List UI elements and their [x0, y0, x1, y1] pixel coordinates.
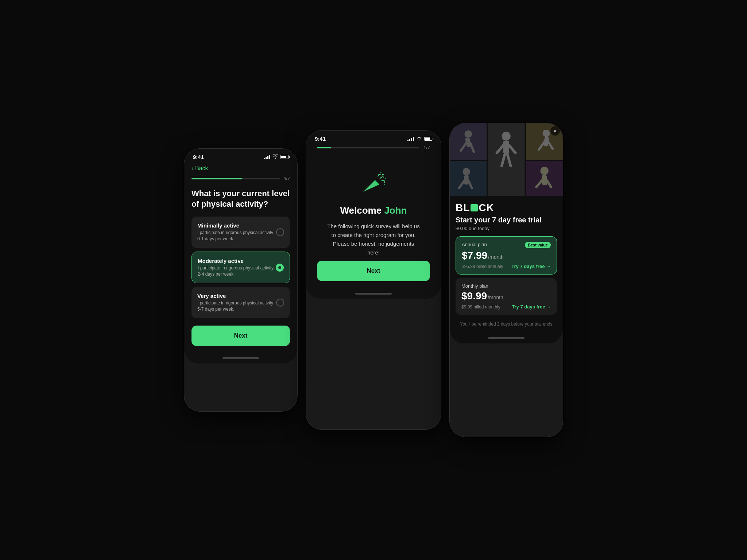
svg-point-11 [502, 132, 511, 140]
radio-2-checked [276, 264, 284, 272]
signal-icon-center [407, 137, 414, 141]
phone-center: 9:41 [306, 131, 441, 429]
plan-card-annual[interactable]: Annual plan Best value $7.99 /month $95.… [456, 236, 557, 275]
welcome-title: Welcome John [340, 205, 407, 216]
photo-cell-5 [526, 161, 563, 197]
close-icon: × [554, 128, 557, 134]
svg-point-18 [542, 130, 550, 137]
svg-point-4 [378, 174, 379, 175]
annual-cta[interactable]: Try 7 days free → [511, 264, 551, 269]
center-progress-label: 1/7 [423, 145, 430, 150]
monthly-plan-name: Monthly plan [461, 283, 488, 289]
option-desc-1: I participate in rigorous physical activ… [197, 230, 276, 242]
svg-point-3 [384, 184, 385, 185]
back-button[interactable]: ‹ Back [191, 163, 290, 172]
trial-subtitle: $0.00 due today [456, 226, 557, 231]
welcome-description: The following quick survey will help us … [326, 222, 421, 257]
back-label: Back [195, 165, 208, 172]
svg-point-2 [380, 172, 381, 173]
svg-rect-12 [503, 141, 509, 154]
progress-row: 4/7 [191, 176, 290, 181]
option-desc-2: I participate in rigorous physical activ… [198, 265, 276, 277]
status-bar-center: 9:41 [306, 131, 441, 145]
scene: 9:41 [170, 109, 577, 451]
back-chevron-icon: ‹ [191, 164, 194, 172]
signal-icon-left [264, 155, 270, 159]
svg-point-23 [462, 168, 470, 175]
annual-price: $7.99 [462, 250, 487, 261]
right-content: BLCK Start your 7 day free trial $0.00 d… [450, 196, 563, 333]
phone-right: × BLCK Start your 7 day free trial $0.00… [450, 123, 563, 437]
status-icons-center [407, 136, 432, 141]
option-desc-3: I participate in rigorous physical activ… [197, 300, 276, 312]
question-title: What is your current level of physical a… [191, 188, 290, 209]
radio-3 [276, 299, 284, 307]
status-time-left: 9:41 [193, 154, 204, 160]
phone-left: 9:41 [184, 149, 297, 411]
next-button-left[interactable]: Next [191, 326, 290, 346]
status-time-center: 9:41 [315, 136, 326, 142]
progress-fill [191, 178, 242, 179]
option-title-1: Minimally active [197, 222, 276, 229]
monthly-price: $9.99 [461, 290, 487, 302]
block-logo: BLCK [456, 202, 557, 214]
svg-point-6 [465, 131, 472, 138]
monthly-cta[interactable]: Try 7 days free → [512, 304, 551, 310]
trial-title: Start your 7 day free trial [456, 216, 557, 224]
next-button-center[interactable]: Next [317, 261, 430, 281]
close-button[interactable]: × [550, 126, 560, 136]
monthly-billed: $9.99 billed monthly [461, 304, 500, 310]
radio-1 [276, 228, 284, 236]
center-content: 1/7 [306, 145, 441, 288]
home-bar-center [355, 293, 392, 295]
annual-per: /month [488, 254, 504, 260]
photo-cell-2 [488, 123, 525, 197]
status-bar-left: 9:41 [184, 149, 297, 163]
svg-point-28 [540, 167, 548, 175]
photo-cell-4 [450, 161, 487, 197]
welcome-name: John [384, 205, 407, 216]
wifi-icon-left [272, 154, 278, 160]
plan-card-monthly[interactable]: Monthly plan $9.99 /month $9.99 billed m… [456, 278, 557, 315]
option-moderately-active[interactable]: Moderately active I participate in rigor… [191, 252, 290, 284]
photo-grid [450, 123, 563, 196]
option-title-3: Very active [197, 293, 276, 299]
block-square-icon [471, 204, 478, 211]
photo-cell-1 [450, 123, 487, 160]
option-minimally-active[interactable]: Minimally active I participate in rigoro… [191, 217, 290, 248]
battery-icon-left [280, 155, 289, 159]
progress-bar [191, 178, 280, 179]
annual-plan-name: Annual plan [462, 242, 487, 247]
center-progress-bar [317, 147, 419, 148]
home-indicator-right [450, 333, 563, 343]
option-very-active[interactable]: Very active I participate in rigorous ph… [191, 287, 290, 318]
welcome-prefix: Welcome [340, 205, 384, 216]
svg-rect-24 [464, 175, 469, 184]
status-icons-left [264, 154, 289, 160]
center-progress-fill [317, 147, 331, 148]
best-value-badge: Best value [525, 242, 551, 248]
party-popper-icon [359, 168, 388, 198]
battery-icon-center [424, 137, 432, 141]
monthly-per: /month [488, 295, 503, 300]
wifi-icon-center [416, 136, 422, 141]
annual-billed: $95.88 billed annualy [462, 264, 503, 269]
home-indicator-center [306, 288, 441, 299]
center-progress-row: 1/7 [317, 145, 430, 150]
option-title-2: Moderately active [198, 258, 276, 264]
reminder-text: You'll be reminded 2 days before your tr… [456, 321, 557, 327]
progress-label: 4/7 [283, 176, 290, 181]
home-bar-left [222, 357, 259, 359]
left-content: ‹ Back 4/7 What is your current level of… [184, 163, 297, 353]
home-indicator-left [184, 353, 297, 363]
svg-point-1 [385, 178, 386, 179]
home-bar-right [488, 337, 525, 339]
